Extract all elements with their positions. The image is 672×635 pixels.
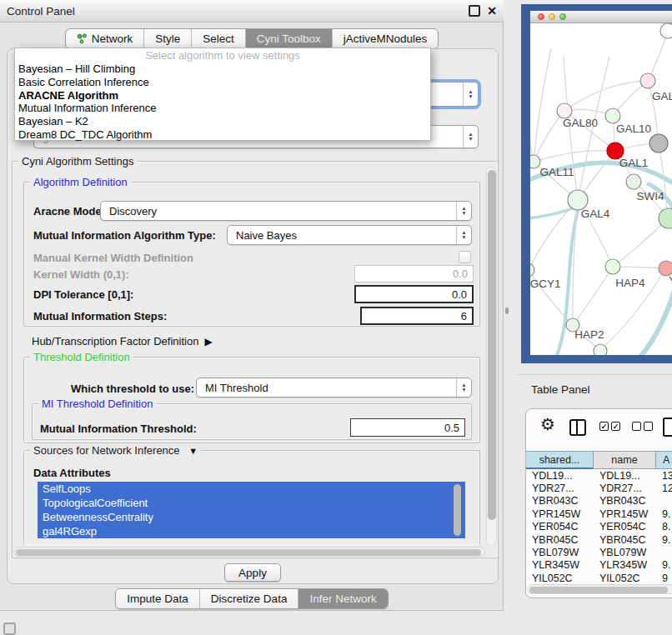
- mi-steps-field[interactable]: 6: [360, 307, 474, 325]
- attribute-item-betweennesscentrality[interactable]: BetweennessCentrality: [38, 510, 465, 524]
- settings-scrollbar[interactable]: [486, 167, 497, 546]
- network-edge: [613, 218, 668, 267]
- dpi-tolerance-label: DPI Tolerance [0,1]:: [33, 288, 133, 301]
- settings-hscrollbar[interactable]: [13, 547, 485, 557]
- apply-button[interactable]: Apply: [224, 563, 281, 582]
- network-node-hap4[interactable]: [605, 259, 620, 274]
- attribute-item-selfloops[interactable]: SelfLoops: [38, 482, 465, 496]
- algorithm-option-mutual-information-inference[interactable]: Mutual Information Inference: [15, 102, 430, 115]
- algorithm-option-aracne-algorithm[interactable]: ARACNE Algorithm: [15, 89, 430, 102]
- which-threshold-label: Which threshold to use:: [71, 382, 194, 395]
- settings-hscrollbar-thumb[interactable]: [16, 549, 481, 556]
- tab-select[interactable]: Select: [191, 29, 245, 48]
- tab-impute-data-label: Impute Data: [127, 592, 188, 605]
- minimize-traffic-light-icon[interactable]: [549, 13, 555, 20]
- stepper-arrows-icon: ▲▼: [456, 378, 471, 397]
- table-row[interactable]: YER054CYER054C8.: [526, 521, 672, 533]
- dpi-tolerance-field[interactable]: 0.0: [354, 285, 474, 303]
- table-row[interactable]: YPR145WYPR145W9.: [526, 508, 672, 520]
- tab-network[interactable]: Network: [66, 29, 144, 48]
- network-window-titlebar: [530, 11, 672, 23]
- table-row[interactable]: YBR043CYBR043C: [526, 495, 672, 508]
- close-traffic-light-icon[interactable]: [538, 13, 544, 20]
- tab-infer-network[interactable]: Infer Network: [298, 589, 387, 608]
- table-row[interactable]: YIL052CYIL052C9: [526, 572, 672, 584]
- manual-kernel-width-checkbox[interactable]: [459, 251, 471, 263]
- table-row[interactable]: YDL19...YDL19...13: [526, 469, 672, 482]
- column-header-shared[interactable]: shared...: [526, 451, 594, 469]
- deselect-all-columns-icon[interactable]: [632, 422, 653, 431]
- network-node[interactable]: [649, 134, 668, 152]
- expanded-arrow-icon[interactable]: ▼: [188, 446, 198, 456]
- network-node-gal11[interactable]: [530, 155, 540, 168]
- zoom-traffic-light-icon[interactable]: [559, 13, 566, 20]
- algorithm-dropdown-list: Select algorithm to view settings Bayesi…: [14, 48, 431, 141]
- tab-discretize-data[interactable]: Discretize Data: [199, 589, 298, 608]
- mi-steps-label: Mutual Information Steps:: [33, 310, 167, 322]
- network-node[interactable]: [660, 23, 672, 38]
- node-label-gcy1: GCY1: [530, 278, 560, 290]
- sources-group-title[interactable]: Sources for Network Inference ▼: [30, 444, 201, 457]
- control-panel-tabbar: NetworkStyleSelectCyni ToolboxjActiveMNo…: [0, 28, 504, 49]
- tab-jactivemnodules[interactable]: jActiveMNodules: [332, 29, 439, 48]
- table-hscrollbar[interactable]: [527, 584, 672, 594]
- tab-style[interactable]: Style: [143, 29, 191, 48]
- tab-select-label: Select: [203, 32, 234, 45]
- attribute-item-topologicalcoefficient[interactable]: TopologicalCoefficient: [38, 496, 465, 510]
- node-label-swi4: SWI4: [636, 190, 664, 202]
- table-cell: 12: [656, 482, 672, 494]
- table-cell: YPR145W: [526, 508, 594, 520]
- attributes-scrollbar-thumb[interactable]: [454, 484, 461, 536]
- tab-infer-network-label: Infer Network: [309, 592, 376, 605]
- which-threshold-combobox[interactable]: MI Threshold ▲▼: [196, 378, 472, 398]
- node-label-hap2: HAP2: [574, 328, 604, 341]
- algorithm-definition-title: Algorithm Definition: [30, 176, 131, 188]
- column-header-a[interactable]: A: [656, 451, 672, 469]
- mi-algorithm-type-combobox[interactable]: Naive Bayes ▲▼: [227, 225, 472, 245]
- gear-icon[interactable]: ⚙: [540, 415, 555, 433]
- algorithm-option-bayesian-k2[interactable]: Bayesian – K2: [15, 115, 430, 128]
- kernel-width-field[interactable]: 0.0: [354, 265, 474, 282]
- panel-divider-handle[interactable]: [505, 308, 509, 314]
- table-cell: 9.: [656, 559, 672, 571]
- new-table-icon[interactable]: [663, 418, 672, 437]
- algorithm-option-basic-correlation-inference[interactable]: Basic Correlation Inference: [15, 76, 430, 89]
- network-edge: [573, 267, 613, 325]
- manual-kernel-width-label: Manual Kernel Width Definition: [33, 252, 193, 264]
- aracne-mode-combobox[interactable]: Discovery ▲▼: [100, 201, 472, 221]
- tab-cyni-toolbox[interactable]: Cyni Toolbox: [245, 29, 332, 48]
- dock-panel-icon[interactable]: [3, 622, 16, 635]
- settings-scrollbar-thumb[interactable]: [488, 170, 496, 520]
- table-cell: YPR145W: [594, 508, 656, 520]
- network-node[interactable]: [594, 344, 607, 355]
- network-edge: [564, 81, 648, 111]
- column-header-name[interactable]: name: [594, 451, 656, 469]
- table-row[interactable]: YBL079WYBL079W: [526, 546, 672, 558]
- split-table-icon[interactable]: [569, 419, 586, 436]
- attribute-item-gal4rgexp[interactable]: gal4RGexp: [38, 524, 465, 538]
- network-canvas[interactable]: GALGAL80GAL10GAL1SWI4GAL11GAL4GCY1HAP4YH…: [530, 23, 672, 355]
- table-row[interactable]: YDR27...YDR27...12: [526, 482, 672, 494]
- bottom-tabbar: Impute DataDiscretize DataInfer Network: [0, 588, 504, 609]
- table-row[interactable]: YBR045CYBR045C9.: [526, 533, 672, 546]
- algorithm-option-bayesian-hill-climbing[interactable]: Bayesian – Hill Climbing: [15, 62, 430, 76]
- network-node-gal10[interactable]: [605, 108, 620, 123]
- stepper-arrows-icon: ▲▼: [463, 126, 478, 148]
- network-node-swi4[interactable]: [626, 174, 641, 189]
- tab-impute-data[interactable]: Impute Data: [116, 589, 199, 608]
- collapsed-arrow-icon[interactable]: ▶: [204, 336, 212, 348]
- algorithm-option-dream8-dc-tdc-algorithm[interactable]: Dream8 DC_TDC Algorithm: [15, 128, 430, 142]
- network-edge: [530, 90, 534, 162]
- table-cell: YBL079W: [526, 547, 594, 558]
- table-hscrollbar-thumb[interactable]: [529, 587, 668, 593]
- table-row[interactable]: YLR345WYLR345W9.: [526, 559, 672, 572]
- hub-definition-toggle[interactable]: Hub/Transcription Factor Definition▶: [32, 335, 213, 348]
- select-all-columns-icon[interactable]: ✓ ✓: [599, 422, 620, 431]
- network-node-gcy1[interactable]: [530, 263, 534, 277]
- float-window-icon[interactable]: [469, 5, 480, 17]
- network-node-gal[interactable]: [640, 73, 655, 88]
- mi-threshold-field[interactable]: 0.5: [350, 418, 465, 437]
- stepper-arrows-icon: ▲▼: [456, 226, 471, 244]
- table-cell: YLR345W: [594, 559, 656, 571]
- close-icon[interactable]: ✕: [487, 5, 497, 17]
